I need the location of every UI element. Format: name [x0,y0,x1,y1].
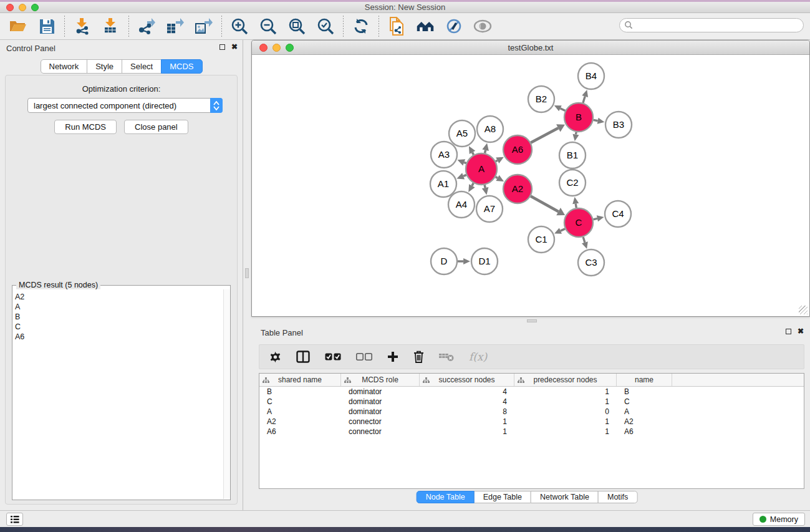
graph-edge[interactable] [472,183,473,186]
float-table-panel-icon[interactable] [786,329,791,334]
table-cell[interactable]: 1 [514,417,617,427]
horizontal-split-grip[interactable] [527,319,537,322]
copy-network-icon[interactable] [387,17,406,36]
graph-edge[interactable] [593,218,597,219]
table-tab-edge-table[interactable]: Edge Table [474,491,531,503]
function-builder-icon[interactable]: f(x) [469,351,487,363]
table-cell[interactable]: A2 [617,417,672,427]
table-cell[interactable]: 1 [514,397,617,407]
table-cell[interactable]: 8 [420,407,514,417]
zoom-window-button[interactable] [31,4,39,11]
table-settings-gear-icon[interactable] [269,351,281,363]
close-table-panel-icon[interactable]: ✖ [798,328,804,335]
table-row[interactable]: A2connector11A2 [259,417,804,427]
memory-button[interactable]: Memory [753,513,805,526]
zoom-selected-icon[interactable] [316,17,335,36]
zoom-in-icon[interactable] [230,17,249,36]
minimize-window-button[interactable] [19,4,26,11]
import-table-icon[interactable] [102,17,120,36]
graph-edge[interactable] [561,109,566,111]
export-table-icon[interactable] [166,17,185,36]
table-tab-network-table[interactable]: Network Table [531,491,599,503]
table-cell[interactable]: 4 [420,397,514,407]
hide-labels-icon[interactable] [445,17,463,36]
table-cell[interactable]: A [617,407,672,417]
mcds-result-item[interactable]: A2 [15,292,223,302]
zoom-fit-icon[interactable] [287,17,306,36]
delete-table-icon[interactable] [439,352,454,362]
table-tab-motifs[interactable]: Motifs [598,491,637,503]
window-resize-grip[interactable] [799,306,808,314]
show-graphics-details-icon[interactable] [473,17,492,36]
export-network-icon[interactable] [137,17,156,36]
task-history-button[interactable] [6,513,23,526]
mcds-result-item[interactable]: A [15,302,223,312]
show-column-panel-icon[interactable] [296,351,310,363]
table-cell[interactable]: 1 [420,417,514,427]
column-header-successor-nodes[interactable]: successor nodes [420,374,514,386]
table-cell[interactable]: 4 [420,387,514,397]
graph-edge[interactable] [594,120,598,120]
delete-column-icon[interactable] [413,351,424,363]
graph-edge[interactable] [496,177,498,178]
run-mcds-button[interactable]: Run MCDS [54,120,117,134]
tab-style[interactable]: Style [87,59,122,74]
refresh-view-icon[interactable] [352,17,370,36]
table-cell[interactable]: B [259,387,341,397]
table-tab-node-table[interactable]: Node Table [417,491,475,503]
table-cell[interactable]: A6 [259,427,341,437]
graph-edge[interactable] [485,185,485,188]
table-cell[interactable]: A2 [259,417,341,427]
table-cell[interactable]: connector [341,427,420,437]
mcds-result-item[interactable]: B [15,312,223,322]
network-minimize-button[interactable] [272,44,281,52]
table-cell[interactable]: A [259,407,341,417]
graph-edge[interactable] [531,128,558,142]
table-cell[interactable]: 1 [514,427,617,437]
network-canvas[interactable]: B4B2BB3A8A5A6B1A3AC2A1A2A4A7C4CC1C3DD1 [253,56,809,316]
close-window-button[interactable] [6,4,14,11]
table-cell[interactable]: C [617,397,672,407]
tab-network[interactable]: Network [40,59,87,74]
tab-select[interactable]: Select [122,59,162,74]
table-cell[interactable]: 1 [514,387,617,397]
table-cell[interactable]: dominator [341,407,420,417]
graph-edge[interactable] [463,175,466,177]
graph-edge[interactable] [472,152,473,155]
select-all-rows-icon[interactable] [325,353,341,360]
graph-edge[interactable] [531,196,559,212]
table-row[interactable]: A6connector11A6 [259,427,804,437]
network-zoom-button[interactable] [286,44,294,52]
close-panel-button[interactable]: Close panel [124,120,188,134]
create-column-icon[interactable] [387,351,398,362]
mcds-result-scrollbar[interactable] [223,289,230,499]
table-row[interactable]: Cdominator41C [259,397,804,407]
table-cell[interactable]: dominator [341,387,420,397]
zoom-out-icon[interactable] [259,17,277,36]
mcds-result-item[interactable]: A6 [15,332,223,342]
open-session-icon[interactable] [9,17,27,36]
search-input[interactable] [619,18,804,32]
network-close-button[interactable] [259,44,268,52]
column-header-name[interactable]: name [617,374,672,386]
float-panel-icon[interactable] [219,44,225,50]
table-cell[interactable]: connector [341,417,420,427]
table-cell[interactable]: C [259,397,341,407]
open-browser-icon[interactable] [416,17,435,36]
deselect-all-rows-icon[interactable] [356,353,372,360]
graph-edge[interactable] [464,162,466,163]
graph-edge[interactable] [583,96,585,103]
table-cell[interactable]: A6 [617,427,672,437]
close-panel-icon[interactable]: ✖ [231,44,238,51]
column-header-predecessor-nodes[interactable]: predecessor nodes [514,374,617,386]
mcds-result-list[interactable]: A2ABCA6 [12,291,223,500]
vertical-split-grip[interactable] [245,268,249,278]
tab-mcds[interactable]: MCDS [161,59,202,74]
graph-edge[interactable] [576,132,576,135]
column-header-shared-name[interactable]: shared name [259,374,341,386]
column-header-MCDS-role[interactable]: MCDS role [341,374,420,386]
table-cell[interactable]: B [617,387,672,397]
graph-edge[interactable] [561,229,565,231]
table-cell[interactable]: 1 [420,427,514,437]
table-row[interactable]: Bdominator41B [259,387,804,397]
